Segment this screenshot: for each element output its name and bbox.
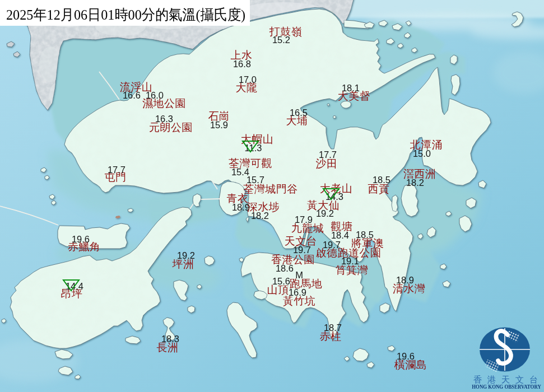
hko-logo-emblem [467,323,543,374]
station-markers [0,0,544,392]
hko-logo: 香港天文台 HONG KONG OBSERVATORY [467,323,544,392]
map-title: 2025年12月06日01時00分的氣溫(攝氏度) [6,5,245,25]
green-triangle-marker [63,280,79,291]
hko-logo-en: HONG KONG OBSERVATORY [472,384,540,390]
green-triangle-marker [323,189,339,199]
title-bar: 2025年12月06日01時00分的氣溫(攝氏度) [0,0,250,26]
green-triangle-marker [243,141,258,152]
hko-temperature-map: 打鼓嶺15.2上水16.8大隴17.0流浮山16.6濕地公園16.0元朗公園16… [0,0,544,392]
